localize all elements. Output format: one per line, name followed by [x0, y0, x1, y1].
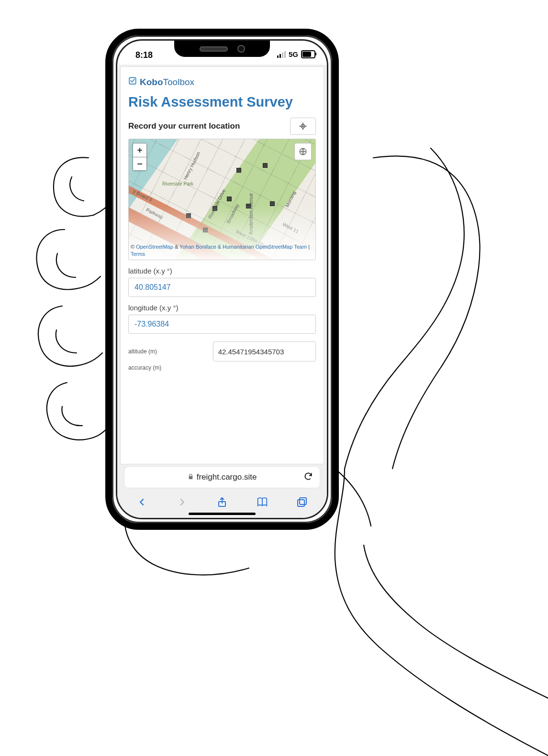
kobo-mark-icon — [128, 77, 137, 88]
svg-point-2 — [302, 126, 303, 127]
share-icon — [216, 496, 228, 508]
chevron-left-icon — [137, 497, 147, 507]
battery-icon — [301, 50, 315, 58]
accuracy-label: accuracy (m) — [128, 364, 207, 371]
kobotoolbox-logo: KoboToolbox — [128, 77, 316, 88]
page-title: Risk Assessment Survey — [128, 94, 316, 110]
cellular-signal-icon — [277, 51, 286, 58]
status-time: 8:18 — [135, 50, 153, 60]
map-attribution: © OpenStreetMap & Yohan Boniface & Human… — [131, 243, 313, 258]
map-zoom-control: + − — [133, 143, 147, 171]
nav-back-button[interactable] — [134, 494, 150, 510]
webpage-viewport[interactable]: KoboToolbox Risk Assessment Survey Recor… — [120, 66, 324, 464]
globe-icon — [299, 147, 307, 156]
bookmarks-button[interactable] — [254, 494, 270, 510]
home-indicator[interactable] — [189, 513, 256, 515]
network-label: 5G — [289, 50, 298, 58]
chevron-right-icon — [177, 497, 187, 507]
lock-icon — [188, 473, 194, 481]
svg-rect-6 — [298, 500, 304, 506]
altitude-label: altitude (m) — [128, 348, 207, 355]
latitude-label: latitude (x.y °) — [128, 267, 316, 275]
tabs-button[interactable] — [294, 494, 310, 510]
osm-link[interactable]: OpenStreetMap — [136, 244, 173, 250]
browser-url: freight.cargo.site — [197, 472, 257, 482]
reload-button[interactable] — [303, 471, 313, 483]
svg-rect-5 — [300, 498, 306, 504]
yohan-link[interactable]: Yohan Boniface & Humanitarian OpenStreet… — [179, 244, 307, 250]
longitude-label: longitude (x.y °) — [128, 304, 316, 312]
phone-notch — [174, 41, 270, 57]
phone-device-frame: 8:18 5G KoboToolbox Risk Assessment Surv… — [105, 29, 339, 530]
browser-address-bar[interactable]: freight.cargo.site — [124, 466, 320, 488]
map-widget[interactable]: Henry Hudson Riverside Drive Riverside P… — [128, 139, 316, 260]
latitude-input[interactable] — [128, 278, 316, 297]
reload-icon — [303, 471, 313, 481]
longitude-input[interactable] — [128, 315, 316, 334]
share-button[interactable] — [214, 494, 230, 510]
nav-forward-button[interactable] — [174, 494, 190, 510]
crosshair-icon — [299, 122, 307, 131]
map-zoom-in-button[interactable]: + — [133, 143, 146, 157]
book-icon — [256, 496, 268, 508]
question-label: Record your current location — [128, 121, 240, 131]
tabs-icon — [296, 496, 308, 508]
terms-link[interactable]: Terms — [131, 251, 145, 257]
altitude-value: 42.45471954345703 — [213, 341, 316, 362]
map-basemap-button[interactable] — [294, 143, 312, 160]
detect-location-button[interactable] — [290, 118, 316, 135]
map-zoom-out-button[interactable]: − — [133, 157, 146, 170]
